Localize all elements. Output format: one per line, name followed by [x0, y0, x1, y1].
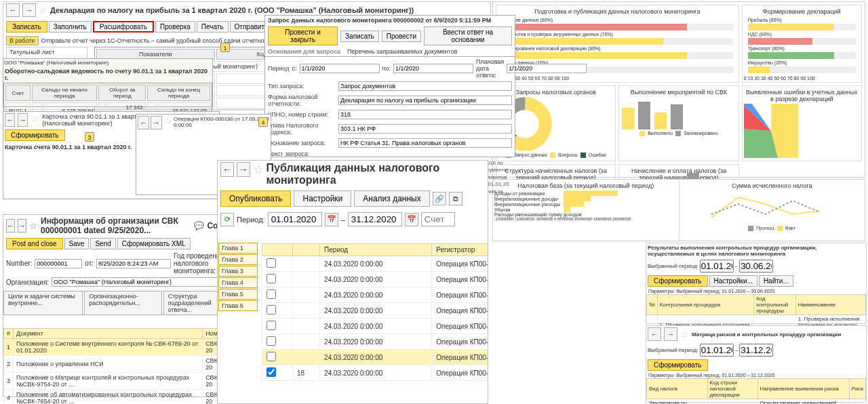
tab-org[interactable]: Организационно-распорядительн...	[84, 291, 161, 315]
period-from[interactable]	[300, 64, 380, 73]
back-icon[interactable]: ←	[5, 113, 15, 127]
nav-title-sheet[interactable]: Титульный лист	[7, 47, 87, 58]
number-field[interactable]	[35, 259, 82, 268]
col[interactable]	[292, 244, 319, 256]
tax-form[interactable]	[338, 96, 512, 105]
settings-button[interactable]: Настройки	[294, 190, 351, 207]
back-icon[interactable]: ←	[648, 327, 661, 341]
calendar-icon[interactable]: 📅	[325, 213, 338, 226]
star-icon[interactable]: ☆	[31, 113, 39, 127]
table-row[interactable]: 24.03.2020 0:00:00Операция КП00-000186 о…	[262, 350, 488, 365]
back-icon[interactable]: ←	[220, 162, 234, 177]
write-button[interactable]: Записать	[340, 31, 379, 42]
write-button[interactable]: Записать	[6, 21, 47, 33]
chart-title: Выявленные ошибки в учетных данных в раз…	[744, 87, 860, 104]
star-icon[interactable]: ☆	[39, 5, 47, 16]
account-input[interactable]	[421, 212, 455, 226]
row-checkbox[interactable]	[267, 352, 276, 361]
request-type[interactable]	[338, 81, 512, 91]
link-icon[interactable]: 🔗	[433, 192, 446, 205]
post-close-button[interactable]: Post and close	[6, 238, 63, 249]
period-to[interactable]	[348, 212, 402, 226]
reply-button[interactable]: Ввести ответ на основании	[424, 26, 512, 45]
period-to[interactable]	[739, 344, 773, 357]
post-button[interactable]: Провести	[382, 31, 421, 42]
publish-button[interactable]: Опубликовать	[220, 190, 291, 207]
chapter-item[interactable]: Глава 4	[218, 277, 258, 288]
fwd-icon[interactable]: →	[18, 219, 26, 233]
calendar-icon[interactable]: 📅	[405, 213, 418, 226]
decipher-button[interactable]: Расшифровать	[93, 21, 154, 33]
table-row[interactable]: 24.03.2020 0:00:00Операция КП00-000186 о…	[262, 334, 488, 350]
axis: 0 10 20 30 40 50 60 70 80 90 100	[744, 76, 860, 81]
basis-field[interactable]	[338, 138, 512, 148]
fwd-icon[interactable]: →	[664, 327, 677, 341]
send-button[interactable]: Send	[90, 238, 115, 249]
form-xml-button[interactable]: Сформировать XML	[117, 238, 191, 249]
form-button[interactable]: Сформировать	[5, 129, 65, 141]
col[interactable]	[262, 244, 293, 256]
star-icon[interactable]: ☆	[253, 162, 264, 186]
copy-icon[interactable]: ⧉	[449, 192, 462, 205]
chapter-item[interactable]: Глава 3	[218, 266, 258, 277]
find-button[interactable]: Найти...	[759, 275, 793, 287]
fwd-icon[interactable]: →	[237, 162, 250, 177]
table-row[interactable]: Декларация по налогу на прибыль организа…	[647, 399, 866, 405]
back-icon[interactable]: ←	[138, 116, 149, 129]
back-icon[interactable]: ←	[6, 3, 20, 17]
request-panel: Запрос данных налогового мониторинга 000…	[264, 15, 515, 157]
period-from[interactable]	[700, 260, 734, 272]
save-button[interactable]: Save	[64, 238, 90, 249]
tab-goals[interactable]: Цели и задачи системы внутренне...	[3, 291, 83, 315]
row-checkbox[interactable]	[267, 305, 276, 315]
star-icon[interactable]: ☆	[680, 329, 689, 340]
table-row[interactable]: 24.03.2020 0:00:00Операция КП00-000186 о…	[262, 256, 488, 272]
chapter-item[interactable]: Глава 2	[218, 254, 258, 265]
table-row[interactable]: 24.03.2020 0:00:00Операция КП00-000186 о…	[262, 287, 488, 303]
fill-button[interactable]: Заполнить	[49, 21, 92, 33]
chapter-item[interactable]: Глава 5	[218, 289, 258, 300]
row-checkbox[interactable]	[267, 321, 276, 330]
refresh-icon[interactable]: ⟳	[220, 213, 234, 226]
fwd-icon[interactable]: →	[22, 3, 36, 17]
period-from[interactable]	[700, 344, 734, 357]
star-icon[interactable]: ☆	[29, 220, 38, 231]
fwd-icon[interactable]: →	[151, 116, 162, 129]
request-title: Запрос данных налогового мониторинга 000…	[265, 16, 515, 25]
period-to[interactable]	[393, 64, 473, 73]
analysis-button[interactable]: Анализ данных	[354, 190, 429, 207]
table-row[interactable]: 24.03.2020 0:00:00Операция КП00-000186 о…	[262, 303, 488, 319]
chapter-item[interactable]: Глава 6	[218, 300, 258, 311]
post-close-button[interactable]: Провести и закрыть	[268, 26, 338, 45]
form-button[interactable]: Сформировать	[648, 275, 708, 287]
col[interactable]: Регистратор	[432, 244, 488, 256]
settings-button[interactable]: Настройки...	[709, 275, 757, 287]
tab-docs[interactable]: Перечень запрашиваемых документов	[347, 48, 457, 55]
table-row[interactable]: 1824.03.2020 0:00:00Операция КП00-000186…	[262, 365, 488, 381]
back-icon[interactable]: ←	[6, 219, 15, 233]
row-checkbox[interactable]	[267, 274, 276, 283]
date-field[interactable]	[96, 259, 171, 268]
fwd-icon[interactable]: →	[18, 113, 28, 127]
row-checkbox[interactable]	[267, 258, 276, 268]
tab-basis[interactable]: Основания для запроса	[268, 48, 340, 55]
dashboard-bottom: Налоговая база (за текущий налоговый пер…	[492, 179, 865, 241]
star-icon[interactable]: ☆	[163, 116, 172, 129]
row-checkbox[interactable]	[267, 289, 276, 299]
kpno-field[interactable]	[338, 110, 512, 119]
form-button[interactable]: Сформировать	[648, 359, 708, 371]
period-to[interactable]	[739, 260, 773, 272]
col[interactable]: Период	[320, 244, 432, 256]
axis: 0 10 20 30 40 50 60 70 80 90 100	[498, 76, 737, 81]
chapter-item[interactable]: Глава 1	[218, 243, 258, 254]
table-row[interactable]: 24.03.2020 0:00:00Операция КП00-000186 о…	[262, 319, 488, 334]
print-button[interactable]: Печать	[197, 21, 229, 33]
chapter-field[interactable]	[338, 124, 512, 134]
row-checkbox[interactable]	[267, 336, 276, 346]
lg: Ошибки	[589, 153, 606, 158]
row-checkbox[interactable]	[267, 367, 276, 377]
plan-date[interactable]	[507, 64, 587, 73]
period-from[interactable]	[268, 212, 322, 226]
table-row[interactable]: 24.03.2020 0:00:00Операция КП00-000186 о…	[262, 272, 488, 287]
check-button[interactable]: Проверка	[155, 21, 195, 33]
